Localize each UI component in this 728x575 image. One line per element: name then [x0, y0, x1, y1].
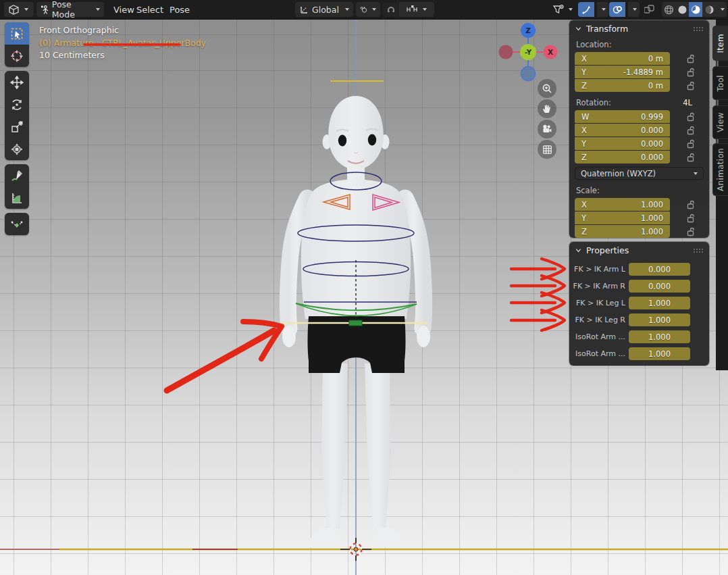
- tool-scale[interactable]: [5, 116, 29, 138]
- prop-field-fk-ik-arm-l[interactable]: 0.000: [629, 263, 690, 276]
- gizmo-label-z: Z: [525, 26, 531, 34]
- custom-prop-row: FK > IK Arm L 0.000: [572, 263, 704, 276]
- rotation-y-field[interactable]: Y0.000: [575, 137, 670, 150]
- lock-scale-z-icon[interactable]: [686, 227, 695, 236]
- rotation-y-row: Y0.000: [575, 137, 704, 150]
- panel-grip-icon[interactable]: [693, 248, 704, 253]
- prop-label-isorot-arm-1: IsoRot Arm ...: [572, 332, 629, 341]
- shading-rendered-button[interactable]: [702, 2, 716, 17]
- editor-type-selector[interactable]: [4, 2, 34, 17]
- prop-field-isorot-arm-2[interactable]: 1.000: [629, 347, 690, 360]
- viewport-3d[interactable]: Front Orthographic (0) Armature : CTRL_A…: [0, 19, 728, 575]
- rotation-z-field[interactable]: Z0.000: [575, 151, 670, 164]
- show-overlays-toggle[interactable]: [609, 2, 625, 17]
- chevron-down-icon: [721, 8, 725, 11]
- view-name-text: Front Orthographic: [39, 24, 206, 37]
- location-y-field[interactable]: Y-1.4889 m: [575, 66, 670, 78]
- snap-target-selector[interactable]: [402, 5, 431, 14]
- bone-pelvis-handle[interactable]: [349, 320, 362, 326]
- pose-mode-armature-icon: [41, 5, 49, 15]
- snap-toggle-button[interactable]: [383, 2, 399, 17]
- tool-annotate[interactable]: [5, 164, 29, 186]
- magnet-icon: [386, 5, 396, 14]
- tool-select-box[interactable]: [5, 22, 29, 45]
- transform-panel-header[interactable]: Transform: [569, 20, 709, 37]
- tool-pose-breakdowner[interactable]: [5, 213, 29, 235]
- grid-ortho-button[interactable]: [538, 140, 556, 159]
- overlays-options-chevron[interactable]: [628, 2, 640, 17]
- tool-rotate[interactable]: [5, 93, 29, 116]
- pan-hand-button[interactable]: [538, 99, 556, 118]
- location-x-field[interactable]: X0 m: [575, 52, 670, 65]
- shading-mode-group: [662, 2, 727, 17]
- chevron-down-icon: [423, 8, 427, 11]
- custom-prop-row: IsoRot Arm ... 1.000: [572, 347, 704, 360]
- object-visibility-filter[interactable]: [552, 2, 578, 17]
- editor-3d-viewport-icon: [8, 4, 20, 16]
- zoom-button[interactable]: [538, 79, 556, 98]
- show-gizmo-toggle[interactable]: [578, 2, 594, 17]
- lock-scale-y-icon[interactable]: [686, 214, 695, 223]
- tab-animation[interactable]: Animation: [712, 143, 728, 196]
- scale-x-row: X1.000: [575, 198, 704, 211]
- gizmo-axis-negz[interactable]: [521, 67, 536, 81]
- collapse-chevron-icon: [575, 247, 582, 254]
- tool-move[interactable]: [5, 71, 29, 93]
- collapse-chevron-icon: [575, 25, 582, 32]
- prop-field-fk-ik-leg-l[interactable]: 1.000: [629, 297, 690, 309]
- rotation-x-field[interactable]: X0.000: [575, 124, 670, 136]
- tool-measure[interactable]: [5, 186, 29, 209]
- location-label: Location:: [575, 40, 704, 49]
- lock-rotation-z-icon[interactable]: [686, 153, 695, 162]
- scale-label: Scale:: [575, 186, 704, 195]
- tool-cursor[interactable]: [5, 45, 29, 67]
- gizmo-options-chevron[interactable]: [597, 2, 608, 17]
- chevron-down-icon: [569, 8, 573, 11]
- shading-wireframe-button[interactable]: [662, 2, 675, 17]
- lock-location-y-icon[interactable]: [686, 68, 695, 77]
- lock-location-x-icon[interactable]: [686, 54, 695, 64]
- rotation-x-row: X0.000: [575, 124, 704, 136]
- lock-rotation-y-icon[interactable]: [686, 139, 695, 149]
- shading-solid-button[interactable]: [675, 2, 689, 17]
- menu-pose[interactable]: Pose: [165, 0, 194, 19]
- transform-orientation-selector[interactable]: Global: [295, 2, 353, 17]
- rotation-keying-badge: 4L: [683, 98, 692, 107]
- tool-transform[interactable]: [5, 138, 29, 160]
- tab-item[interactable]: Item: [712, 26, 728, 61]
- rotation-mode-value: Quaternion (WXYZ): [581, 169, 656, 178]
- location-z-field[interactable]: Z0 m: [575, 79, 670, 92]
- pivot-point-selector[interactable]: [356, 2, 380, 17]
- camera-view-button[interactable]: [538, 120, 556, 139]
- rotation-mode-dropdown[interactable]: Quaternion (WXYZ): [575, 167, 704, 180]
- lock-rotation-w-icon[interactable]: [686, 112, 695, 122]
- eye-left: [338, 135, 346, 147]
- mode-selector[interactable]: Pose Mode: [36, 2, 104, 17]
- lock-scale-x-icon[interactable]: [686, 200, 695, 209]
- shading-options-chevron[interactable]: [716, 2, 727, 17]
- lock-rotation-x-icon[interactable]: [686, 126, 695, 135]
- tab-view[interactable]: View: [712, 105, 728, 139]
- navigation-gizmo[interactable]: Z X -Y: [498, 22, 558, 83]
- prop-label-fk-ik-arm-l: FK > IK Arm L: [572, 265, 629, 274]
- shading-material-preview-button[interactable]: [689, 2, 702, 17]
- scale-z-field[interactable]: Z1.000: [575, 225, 670, 238]
- prop-field-fk-ik-arm-r[interactable]: 0.000: [629, 280, 690, 293]
- lock-location-z-icon[interactable]: [686, 81, 695, 91]
- tab-tool[interactable]: Tool: [712, 66, 728, 100]
- scale-y-field[interactable]: Y1.000: [575, 211, 670, 224]
- toolbar: [5, 22, 29, 239]
- rendered-sphere-icon: [704, 5, 714, 15]
- panel-grip-icon[interactable]: [693, 26, 704, 32]
- rotation-w-field[interactable]: W0.999: [575, 110, 670, 123]
- show-gizmo-toggle-group: [578, 2, 608, 17]
- gizmo-axis-negx[interactable]: [499, 45, 513, 59]
- properties-panel-header[interactable]: Properties: [569, 242, 709, 259]
- menu-select[interactable]: Select: [132, 0, 167, 19]
- scale-x-field[interactable]: X1.000: [575, 198, 670, 211]
- blender-window: Front Orthographic (0) Armature : CTRL_A…: [0, 0, 728, 575]
- prop-field-isorot-arm-1[interactable]: 1.000: [629, 330, 690, 343]
- prop-field-fk-ik-leg-r[interactable]: 1.000: [629, 314, 690, 326]
- xray-toggle[interactable]: [642, 2, 658, 17]
- gizmo-arrow-icon: [581, 5, 592, 15]
